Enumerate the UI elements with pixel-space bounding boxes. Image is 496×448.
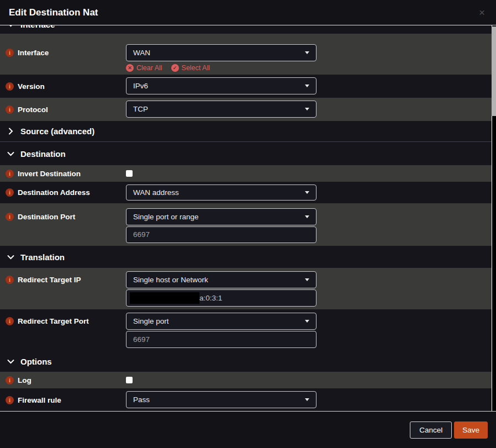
- section-header-interface-clipped: Interface: [0, 25, 492, 34]
- field-label-log: Log: [18, 376, 31, 384]
- select-all-icon: ✓: [171, 64, 179, 72]
- section-header-translation[interactable]: Translation: [0, 246, 492, 268]
- field-row-destination-port: i Destination Port Single port or range …: [0, 203, 492, 246]
- field-row-redirect-target-ip: i Redirect Target IP Single host or Netw…: [0, 268, 492, 309]
- destination-port-value: 6697: [133, 230, 150, 239]
- redaction-box: [130, 292, 199, 304]
- log-checkbox[interactable]: [126, 377, 133, 383]
- close-icon[interactable]: ×: [477, 7, 487, 18]
- section-header-interface[interactable]: Interface: [0, 25, 492, 34]
- dialog-title: Edit Destination Nat: [9, 7, 477, 18]
- redirect-target-ip-type-select[interactable]: Single host or Network: [126, 271, 316, 288]
- info-icon[interactable]: i: [6, 106, 14, 114]
- select-all-label: Select All: [182, 64, 210, 72]
- clear-all-icon: ✕: [126, 64, 134, 72]
- info-icon[interactable]: i: [6, 188, 14, 197]
- field-row-destination-address: i Destination Address WAN address: [0, 182, 492, 203]
- chevron-down-icon: [7, 25, 14, 27]
- section-label: Translation: [20, 252, 65, 262]
- firewall-rule-select[interactable]: Pass: [126, 391, 316, 408]
- field-label-destination-address: Destination Address: [18, 188, 90, 197]
- field-row-firewall-rule: i Firewall rule Pass: [0, 388, 492, 412]
- redirect-target-ip-type-value: Single host or Network: [133, 276, 208, 284]
- info-icon[interactable]: i: [6, 396, 14, 404]
- destination-address-select[interactable]: WAN address: [126, 185, 316, 201]
- section-header-options[interactable]: Options: [0, 351, 492, 372]
- redirect-target-port-type-value: Single port: [133, 317, 169, 325]
- chevron-down-icon: [7, 255, 14, 260]
- edit-destination-nat-dialog: Edit Destination Nat × Interface i Inter…: [0, 0, 496, 448]
- section-label: Interface: [20, 25, 55, 29]
- clear-all-button[interactable]: ✕ Clear All: [126, 64, 162, 72]
- field-label-firewall-rule: Firewall rule: [18, 396, 61, 404]
- dropdown-caret-icon: [305, 398, 309, 401]
- dialog-footer: Cancel Save: [0, 412, 496, 448]
- destination-port-input[interactable]: 6697: [126, 226, 316, 244]
- redirect-target-port-value: 6697: [133, 335, 150, 344]
- section-label: Destination: [20, 149, 66, 159]
- redirect-target-port-input[interactable]: 6697: [126, 331, 316, 348]
- dropdown-caret-icon: [305, 191, 309, 194]
- destination-address-select-value: WAN address: [133, 188, 179, 197]
- section-label: Options: [20, 357, 52, 366]
- info-icon[interactable]: i: [6, 82, 14, 91]
- field-label-invert-destination: Invert Destination: [18, 170, 81, 178]
- info-icon[interactable]: i: [6, 317, 14, 325]
- dropdown-caret-icon: [305, 320, 309, 323]
- field-row-interface: i Interface WAN ✕ Clear All ✓: [0, 34, 492, 75]
- field-row-redirect-target-port: i Redirect Target Port Single port 6697: [0, 309, 492, 351]
- redirect-target-ip-input[interactable]: a:0:3:1: [126, 289, 316, 307]
- version-select[interactable]: IPv6: [126, 77, 316, 94]
- field-label-redirect-target-port: Redirect Target Port: [18, 317, 89, 325]
- dropdown-caret-icon: [305, 215, 309, 218]
- info-icon[interactable]: i: [6, 276, 14, 284]
- dropdown-caret-icon: [305, 278, 309, 281]
- cancel-button[interactable]: Cancel: [410, 421, 452, 439]
- field-label-redirect-target-ip: Redirect Target IP: [18, 276, 81, 284]
- scrollbar-thumb[interactable]: [492, 27, 496, 116]
- info-icon[interactable]: i: [6, 49, 14, 57]
- dropdown-caret-icon: [305, 51, 309, 54]
- destination-port-type-select[interactable]: Single port or range: [126, 208, 316, 225]
- field-label-version: Version: [18, 82, 45, 91]
- protocol-select[interactable]: TCP: [126, 101, 316, 118]
- field-label-interface: Interface: [18, 49, 49, 57]
- field-row-invert-destination: i Invert Destination: [0, 165, 492, 182]
- info-icon[interactable]: i: [6, 376, 14, 384]
- dropdown-caret-icon: [305, 85, 309, 87]
- field-row-protocol: i Protocol TCP: [0, 98, 492, 121]
- interface-select-value: WAN: [133, 49, 150, 57]
- select-all-button[interactable]: ✓ Select All: [171, 64, 210, 72]
- redirect-target-port-type-select[interactable]: Single port: [126, 313, 316, 330]
- firewall-rule-select-value: Pass: [133, 396, 150, 404]
- dialog-body: Interface i Interface WAN ✕: [0, 25, 496, 412]
- chevron-down-icon: [7, 151, 14, 156]
- field-label-protocol: Protocol: [18, 106, 48, 114]
- chevron-down-icon: [7, 359, 14, 364]
- version-select-value: IPv6: [133, 82, 148, 90]
- field-label-destination-port: Destination Port: [18, 213, 75, 221]
- destination-port-type-value: Single port or range: [133, 213, 199, 221]
- info-icon[interactable]: i: [6, 170, 14, 178]
- redirect-target-ip-value: a:0:3:1: [199, 294, 222, 302]
- vertical-scrollbar[interactable]: [492, 25, 496, 412]
- dropdown-caret-icon: [305, 108, 309, 110]
- protocol-select-value: TCP: [133, 105, 148, 113]
- interface-select[interactable]: WAN: [126, 44, 316, 61]
- dialog-header: Edit Destination Nat ×: [0, 0, 496, 25]
- save-button[interactable]: Save: [454, 421, 488, 439]
- invert-destination-checkbox[interactable]: [126, 170, 133, 177]
- chevron-right-icon: [7, 128, 14, 135]
- clear-all-label: Clear All: [136, 64, 162, 72]
- section-label: Source (advanced): [20, 127, 94, 136]
- section-header-source[interactable]: Source (advanced): [0, 121, 492, 141]
- info-icon[interactable]: i: [6, 213, 14, 221]
- section-header-destination[interactable]: Destination: [0, 141, 492, 165]
- field-row-version: i Version IPv6: [0, 75, 492, 98]
- field-row-log: i Log: [0, 372, 492, 388]
